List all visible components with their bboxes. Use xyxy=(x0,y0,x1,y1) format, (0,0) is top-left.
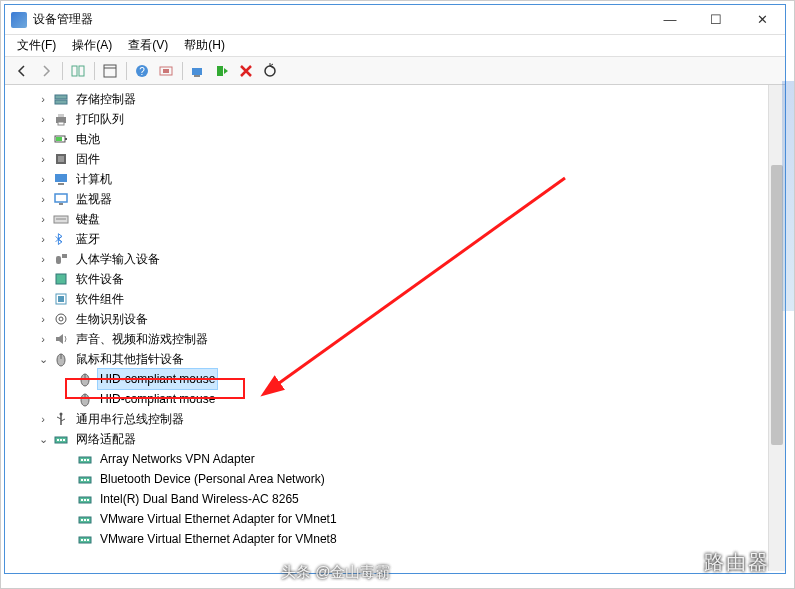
tree-node-label[interactable]: 人体学输入设备 xyxy=(73,249,163,269)
tree-node-label[interactable]: 存储控制器 xyxy=(73,89,139,109)
expand-icon[interactable]: › xyxy=(35,269,51,289)
tree-node-label[interactable]: 固件 xyxy=(73,149,103,169)
update-driver-button[interactable] xyxy=(187,60,209,82)
tree-node-label[interactable]: HID-compliant mouse xyxy=(97,389,218,409)
forward-button[interactable] xyxy=(35,60,57,82)
tree-node[interactable]: ›存储控制器 xyxy=(15,89,781,109)
svg-rect-65 xyxy=(84,539,86,541)
help-button[interactable]: ? xyxy=(131,60,153,82)
svg-rect-23 xyxy=(58,183,64,185)
tree-node-label[interactable]: 软件组件 xyxy=(73,289,127,309)
tree-node-label[interactable]: 鼠标和其他指针设备 xyxy=(73,349,187,369)
svg-rect-32 xyxy=(58,296,64,302)
tree-node-label[interactable]: 计算机 xyxy=(73,169,115,189)
scan-changes-button[interactable] xyxy=(259,60,281,82)
tree-content-area: ›存储控制器›打印队列›电池›固件›计算机›监视器›键盘›蓝牙›人体学输入设备›… xyxy=(5,85,785,571)
network-icon xyxy=(77,471,93,487)
minimize-button[interactable]: — xyxy=(647,5,693,35)
collapse-icon[interactable]: ⌄ xyxy=(35,349,51,369)
svg-rect-61 xyxy=(84,519,86,521)
collapse-icon[interactable]: ⌄ xyxy=(35,429,51,449)
tree-node-label[interactable]: 声音、视频和游戏控制器 xyxy=(73,329,211,349)
expand-icon[interactable]: › xyxy=(35,189,51,209)
show-hide-console-button[interactable] xyxy=(67,60,89,82)
component-icon xyxy=(53,291,69,307)
expand-icon[interactable]: › xyxy=(35,169,51,189)
enable-device-button[interactable] xyxy=(211,60,233,82)
tree-node-label[interactable]: 通用串行总线控制器 xyxy=(73,409,187,429)
tree-node-label[interactable]: 生物识别设备 xyxy=(73,309,151,329)
tree-node[interactable]: ›打印队列 xyxy=(15,109,781,129)
svg-rect-56 xyxy=(81,499,83,501)
scan-hardware-button[interactable] xyxy=(155,60,177,82)
tree-node[interactable]: ›软件设备 xyxy=(15,269,781,289)
uninstall-device-button[interactable] xyxy=(235,60,257,82)
tree-node[interactable]: ›生物识别设备 xyxy=(15,309,781,329)
tree-node[interactable]: VMware Virtual Ethernet Adapter for VMne… xyxy=(15,529,781,549)
menu-file[interactable]: 文件(F) xyxy=(11,35,62,56)
svg-rect-13 xyxy=(55,100,67,104)
svg-rect-54 xyxy=(87,479,89,481)
close-button[interactable]: ✕ xyxy=(739,5,785,35)
tree-node-label[interactable]: 键盘 xyxy=(73,209,103,229)
menu-action[interactable]: 操作(A) xyxy=(66,35,118,56)
menu-help[interactable]: 帮助(H) xyxy=(178,35,231,56)
svg-rect-25 xyxy=(59,203,63,205)
tree-node-label[interactable]: 蓝牙 xyxy=(73,229,103,249)
expand-icon[interactable]: › xyxy=(35,229,51,249)
tree-node-label[interactable]: 软件设备 xyxy=(73,269,127,289)
tree-node[interactable]: ›蓝牙 xyxy=(15,229,781,249)
tree-node-label[interactable]: 打印队列 xyxy=(73,109,127,129)
tree-node[interactable]: HID-compliant mouse xyxy=(15,389,781,409)
back-button[interactable] xyxy=(11,60,33,82)
tree-node[interactable]: Intel(R) Dual Band Wireless-AC 8265 xyxy=(15,489,781,509)
expand-icon[interactable]: › xyxy=(35,209,51,229)
menu-view[interactable]: 查看(V) xyxy=(122,35,174,56)
expand-icon[interactable]: › xyxy=(35,129,51,149)
watermark-router: 路由器 xyxy=(704,549,770,576)
tree-node[interactable]: ⌄网络适配器 xyxy=(15,429,781,449)
mouse-icon xyxy=(77,391,93,407)
expand-icon[interactable]: › xyxy=(35,249,51,269)
expand-icon[interactable]: › xyxy=(35,309,51,329)
tree-node[interactable]: VMware Virtual Ethernet Adapter for VMne… xyxy=(15,509,781,529)
tree-node[interactable]: ›人体学输入设备 xyxy=(15,249,781,269)
storage-icon xyxy=(53,91,69,107)
expand-icon[interactable]: › xyxy=(35,329,51,349)
tree-node[interactable]: Array Networks VPN Adapter xyxy=(15,449,781,469)
tree-node-label[interactable]: 网络适配器 xyxy=(73,429,139,449)
menu-bar: 文件(F) 操作(A) 查看(V) 帮助(H) xyxy=(5,35,785,57)
svg-rect-53 xyxy=(84,479,86,481)
tree-node[interactable]: ›固件 xyxy=(15,149,781,169)
tree-node[interactable]: ›计算机 xyxy=(15,169,781,189)
tree-node[interactable]: ›通用串行总线控制器 xyxy=(15,409,781,429)
tree-node-label[interactable]: Bluetooth Device (Personal Area Network) xyxy=(97,469,328,489)
tree-node[interactable]: ›声音、视频和游戏控制器 xyxy=(15,329,781,349)
tree-node-label[interactable]: VMware Virtual Ethernet Adapter for VMne… xyxy=(97,529,340,549)
expand-icon[interactable]: › xyxy=(35,109,51,129)
background-decoration xyxy=(782,81,795,311)
properties-button[interactable] xyxy=(99,60,121,82)
svg-rect-49 xyxy=(84,459,86,461)
tree-node[interactable]: ›键盘 xyxy=(15,209,781,229)
tree-node[interactable]: Bluetooth Device (Personal Area Network) xyxy=(15,469,781,489)
tree-node[interactable]: ›监视器 xyxy=(15,189,781,209)
network-icon xyxy=(77,531,93,547)
tree-node-label[interactable]: 监视器 xyxy=(73,189,115,209)
tree-node[interactable]: ⌄鼠标和其他指针设备 xyxy=(15,349,781,369)
tree-node[interactable]: ›电池 xyxy=(15,129,781,149)
expand-icon[interactable]: › xyxy=(35,89,51,109)
svg-rect-66 xyxy=(87,539,89,541)
tree-node-label[interactable]: VMware Virtual Ethernet Adapter for VMne… xyxy=(97,509,340,529)
tree-node-label[interactable]: Array Networks VPN Adapter xyxy=(97,449,258,469)
tree-node[interactable]: HID-compliant mouse xyxy=(15,369,781,389)
tree-node-label[interactable]: Intel(R) Dual Band Wireless-AC 8265 xyxy=(97,489,302,509)
expand-icon[interactable]: › xyxy=(35,289,51,309)
expand-icon[interactable]: › xyxy=(35,149,51,169)
maximize-button[interactable]: ☐ xyxy=(693,5,739,35)
tree-node-label[interactable]: 电池 xyxy=(73,129,103,149)
expand-icon[interactable]: › xyxy=(35,409,51,429)
device-tree[interactable]: ›存储控制器›打印队列›电池›固件›计算机›监视器›键盘›蓝牙›人体学输入设备›… xyxy=(5,85,785,553)
tree-node[interactable]: ›软件组件 xyxy=(15,289,781,309)
tree-node-label[interactable]: HID-compliant mouse xyxy=(97,368,218,390)
